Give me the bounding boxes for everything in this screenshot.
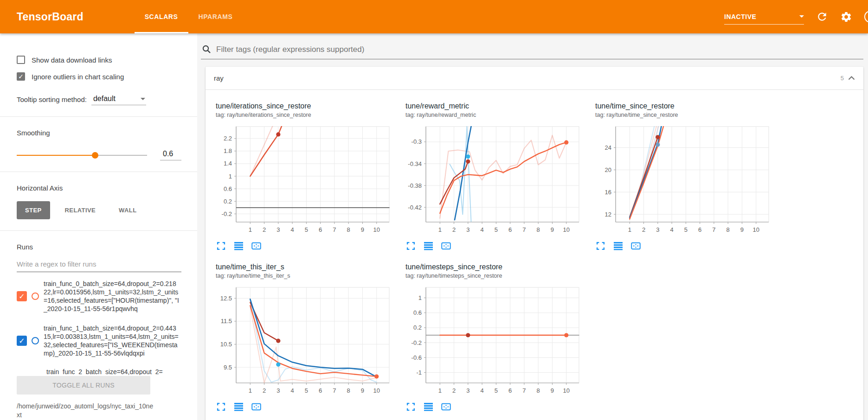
- expand-chart-button[interactable]: [405, 241, 416, 251]
- run-item[interactable]: ✓train_func_0_batch_size=64,dropout_2=0.…: [17, 280, 181, 313]
- data-point-marker[interactable]: [466, 159, 470, 164]
- expand-chart-button[interactable]: [595, 241, 605, 251]
- run-label: train_func_0_batch_size=64,dropout_2=0.2…: [44, 280, 179, 313]
- tab-scalars[interactable]: SCALARS: [135, 0, 188, 33]
- tag-group-header[interactable]: ray 5: [206, 67, 863, 90]
- expand-chart-button[interactable]: [405, 401, 416, 412]
- fullscreen-icon: [217, 402, 225, 411]
- data-point-marker[interactable]: [656, 142, 660, 146]
- checkbox-icon[interactable]: [17, 56, 25, 64]
- smoothing-value[interactable]: 0.6: [160, 150, 181, 160]
- svg-text:7: 7: [522, 387, 526, 394]
- chevron-up-icon[interactable]: [848, 76, 855, 80]
- refresh-button[interactable]: [816, 11, 828, 23]
- run-item[interactable]: train_func_2_batch_size=64,dropout_2=: [17, 369, 181, 375]
- svg-text:8: 8: [537, 387, 540, 394]
- help-icon[interactable]: [864, 11, 868, 23]
- data-point-marker[interactable]: [564, 140, 568, 145]
- axis-button-wall[interactable]: WALL: [110, 201, 145, 219]
- expand-chart-button[interactable]: [216, 401, 226, 412]
- chart-title: tune/time_since_restore: [595, 102, 775, 110]
- expand-chart-button[interactable]: [216, 241, 226, 251]
- ignore-outliers-checkbox-row[interactable]: ✓ Ignore outliers in chart scaling: [17, 70, 181, 83]
- fit-data-icon: [631, 242, 641, 250]
- axis-button-step[interactable]: STEP: [17, 201, 50, 219]
- data-point-marker[interactable]: [656, 135, 660, 139]
- run-radio-button[interactable]: [32, 337, 39, 344]
- svg-text:2: 2: [263, 387, 266, 394]
- refresh-icon: [816, 11, 828, 23]
- run-checkbox[interactable]: ✓: [17, 336, 27, 346]
- data-point-marker[interactable]: [276, 363, 280, 367]
- smoothing-slider[interactable]: [17, 155, 147, 156]
- expand-lines-button[interactable]: [423, 401, 433, 412]
- chart-tag: tag: ray/tune/reward_metric: [405, 112, 585, 118]
- chart-title: tune/reward_metric: [405, 102, 585, 110]
- data-point-marker[interactable]: [466, 154, 470, 159]
- svg-text:3: 3: [276, 226, 280, 233]
- fit-domain-button[interactable]: [441, 241, 451, 251]
- tooltip-sorting-dropdown[interactable]: default: [91, 94, 146, 105]
- runs-label: Runs: [17, 243, 181, 251]
- settings-button[interactable]: [840, 11, 852, 23]
- svg-text:6: 6: [698, 226, 701, 233]
- fit-domain-button[interactable]: [251, 241, 261, 251]
- lines-icon: [234, 242, 243, 250]
- sidebar: Show data download links ✓ Ignore outlie…: [0, 33, 197, 420]
- fit-domain-button[interactable]: [630, 241, 641, 251]
- checkbox-label: Ignore outliers in chart scaling: [32, 73, 124, 81]
- data-point-marker[interactable]: [276, 339, 280, 343]
- chart-tile: tune/reward_metrictag: ray/tune/reward_m…: [402, 102, 585, 251]
- axis-button-relative[interactable]: RELATIVE: [57, 201, 104, 219]
- svg-text:5: 5: [495, 226, 498, 233]
- svg-text:1: 1: [628, 226, 631, 233]
- svg-text:6: 6: [319, 387, 322, 394]
- slider-thumb[interactable]: [92, 152, 98, 159]
- svg-text:8: 8: [347, 226, 350, 233]
- expand-lines-button[interactable]: [613, 241, 623, 251]
- svg-text:-0.2: -0.2: [222, 210, 232, 217]
- tag-filter-row[interactable]: Filter tags (regular expressions support…: [201, 45, 863, 59]
- data-point-marker[interactable]: [276, 132, 280, 136]
- chart-tag: tag: ray/tune/time_this_iter_s: [216, 273, 396, 279]
- tag-group-title: ray: [214, 74, 224, 82]
- run-radio-button[interactable]: [32, 293, 39, 300]
- svg-text:10: 10: [373, 387, 380, 394]
- data-point-marker[interactable]: [466, 333, 470, 337]
- data-point-marker[interactable]: [374, 375, 379, 379]
- tab-hparams[interactable]: HPARAMS: [188, 0, 243, 33]
- chart-actions: [216, 401, 396, 412]
- svg-text:8: 8: [727, 226, 730, 233]
- run-checkbox[interactable]: ✓: [17, 291, 27, 301]
- svg-text:1: 1: [249, 387, 252, 394]
- status-dropdown[interactable]: INACTIVE: [724, 9, 804, 25]
- divider: [0, 230, 197, 231]
- svg-text:8: 8: [537, 226, 540, 233]
- svg-text:20: 20: [605, 166, 611, 173]
- svg-text:-0.2: -0.2: [411, 339, 422, 346]
- expand-lines-button[interactable]: [233, 401, 244, 412]
- chart-plot: 1234567891010.60.2-0.2-0.6-1: [402, 285, 582, 399]
- svg-text:10.5: 10.5: [220, 341, 232, 348]
- run-item[interactable]: ✓train_func_1_batch_size=64,dropout_2=0.…: [17, 324, 181, 357]
- chart-tag: tag: ray/tune/time_since_restore: [595, 112, 775, 118]
- fit-domain-button[interactable]: [441, 401, 451, 412]
- toggle-all-runs-button[interactable]: TOGGLE ALL RUNS: [17, 376, 150, 395]
- svg-text:-0.3: -0.3: [411, 138, 422, 145]
- search-icon: [202, 45, 212, 54]
- svg-text:10: 10: [373, 226, 380, 233]
- show-download-links-checkbox-row[interactable]: Show data download links: [17, 54, 181, 66]
- svg-text:1: 1: [229, 173, 232, 180]
- expand-lines-button[interactable]: [233, 241, 244, 251]
- svg-text:-0.42: -0.42: [408, 204, 422, 211]
- checkbox-icon[interactable]: ✓: [17, 72, 25, 81]
- expand-lines-button[interactable]: [423, 241, 433, 251]
- chart-actions: [405, 241, 585, 251]
- fit-domain-button[interactable]: [251, 401, 261, 412]
- chart-plot: 1234567891012.511.510.59.5: [212, 285, 392, 399]
- svg-text:8: 8: [347, 387, 350, 394]
- app-header: TensorBoard SCALARS HPARAMS INACTIVE: [0, 0, 868, 33]
- data-point-marker[interactable]: [564, 333, 568, 337]
- runs-filter-input[interactable]: Write a regex to filter runs: [17, 260, 181, 272]
- fit-data-icon: [251, 402, 261, 411]
